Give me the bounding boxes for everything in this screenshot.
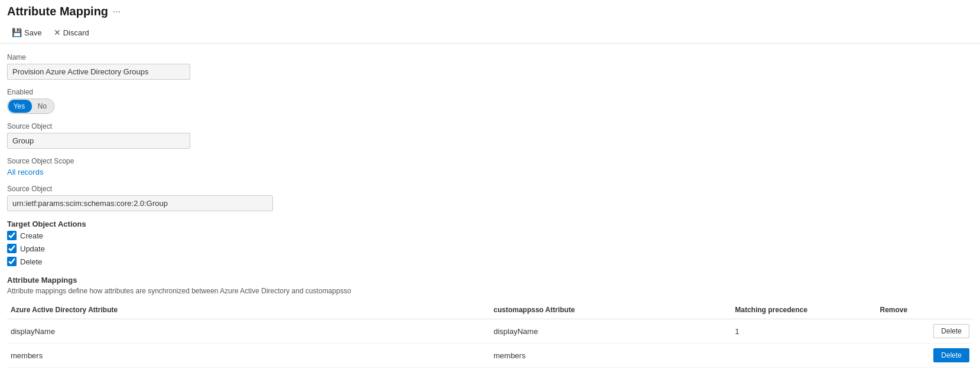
target-object-actions-section: Target Object Actions Create Update Dele… xyxy=(7,220,973,266)
target-source-object-label: Source Object xyxy=(7,185,973,193)
discard-button[interactable]: ✕ Discard xyxy=(49,25,94,40)
save-icon: 💾 xyxy=(12,28,22,37)
attribute-mappings-table: Azure Active Directory Attribute customa… xyxy=(7,301,973,368)
table-row: membersmembersDelete xyxy=(7,344,973,368)
matching-precedence-cell: 1 xyxy=(731,319,876,344)
name-input[interactable] xyxy=(7,64,190,80)
source-object-scope-link[interactable]: All records xyxy=(7,168,43,176)
toolbar: 💾 Save ✕ Discard xyxy=(0,22,980,44)
remove-cell: Delete xyxy=(877,344,974,368)
create-label: Create xyxy=(20,231,43,240)
enabled-label: Enabled xyxy=(7,88,973,96)
table-row: displayNamedisplayName1Delete xyxy=(7,319,973,344)
toggle-yes: Yes xyxy=(8,99,31,113)
more-options-icon[interactable]: ··· xyxy=(113,6,121,17)
aad-attribute-cell: displayName xyxy=(7,319,490,344)
col-header-custom: customappsso Attribute xyxy=(490,301,732,319)
create-action-group: Create xyxy=(7,231,973,240)
page-header: Attribute Mapping ··· xyxy=(0,0,980,22)
name-field-group: Name xyxy=(7,53,973,80)
table-header-row: Azure Active Directory Attribute customa… xyxy=(7,301,973,319)
source-object-field-group: Source Object xyxy=(7,122,973,149)
save-button[interactable]: 💾 Save xyxy=(7,25,47,40)
enabled-field-group: Enabled Yes No xyxy=(7,88,973,114)
discard-icon: ✕ xyxy=(54,28,61,37)
attribute-mappings-title: Attribute Mappings xyxy=(7,276,973,284)
enabled-toggle[interactable]: Yes No xyxy=(7,99,54,114)
col-header-remove: Remove xyxy=(877,301,974,319)
custom-attribute-cell: displayName xyxy=(490,319,732,344)
custom-attribute-cell: members xyxy=(490,344,732,368)
discard-label: Discard xyxy=(63,28,89,37)
delete-row-button[interactable]: Delete xyxy=(933,348,969,362)
target-source-object-input[interactable] xyxy=(7,195,273,211)
create-checkbox[interactable] xyxy=(7,231,17,240)
attribute-mappings-section: Attribute Mappings Attribute mappings de… xyxy=(7,276,973,368)
page-title: Attribute Mapping xyxy=(7,5,108,18)
col-header-matching: Matching precedence xyxy=(731,301,876,319)
matching-precedence-cell xyxy=(731,344,876,368)
update-label: Update xyxy=(20,244,45,253)
toggle-no: No xyxy=(31,99,54,113)
source-object-scope-label: Source Object Scope xyxy=(7,157,973,165)
update-checkbox[interactable] xyxy=(7,244,17,253)
main-content: Name Enabled Yes No Source Object Source… xyxy=(0,44,980,385)
remove-cell: Delete xyxy=(877,319,974,344)
delete-action-group: Delete xyxy=(7,257,973,266)
col-header-aad: Azure Active Directory Attribute xyxy=(7,301,490,319)
source-object-scope-field-group: Source Object Scope All records xyxy=(7,157,973,176)
update-action-group: Update xyxy=(7,244,973,253)
save-label: Save xyxy=(24,28,42,37)
delete-checkbox[interactable] xyxy=(7,257,17,266)
source-object-input[interactable] xyxy=(7,133,190,149)
attribute-mappings-description: Attribute mappings define how attributes… xyxy=(7,287,973,295)
delete-row-button[interactable]: Delete xyxy=(933,324,969,338)
target-source-object-field-group: Source Object xyxy=(7,185,973,211)
target-object-actions-label: Target Object Actions xyxy=(7,220,973,228)
delete-label: Delete xyxy=(20,257,43,266)
aad-attribute-cell: members xyxy=(7,344,490,368)
source-object-label: Source Object xyxy=(7,122,973,130)
name-label: Name xyxy=(7,53,973,61)
